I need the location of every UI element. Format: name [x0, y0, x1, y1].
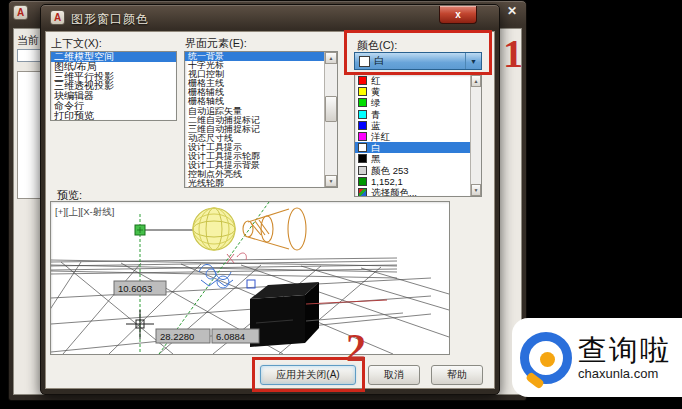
scrollbar-thumb[interactable]	[325, 96, 337, 122]
color-option-label: 黄	[371, 86, 381, 97]
interface-element-list-item[interactable]: 自动追踪矢量	[185, 107, 324, 116]
color-option-label: 绿	[371, 97, 381, 108]
color-option-label: 蓝	[371, 120, 381, 131]
watermark-badge: 查询啦 chaxunla.com	[512, 318, 682, 397]
dim-value-2: 28.2280	[160, 331, 194, 342]
context-list-item[interactable]: 三维平行投影	[51, 72, 176, 82]
dialog-body: 上下文(X): 二维模型空间图纸/布局三维平行投影三维透视投影块编辑器命令行打印…	[45, 31, 495, 389]
color-swatch-icon	[358, 110, 367, 119]
dialog-title: 图形窗口颜色	[71, 11, 149, 28]
context-list-item[interactable]: 三维透视投影	[51, 81, 176, 91]
scroll-down-icon[interactable]: ▼	[471, 184, 481, 196]
interface-element-list-item[interactable]: 栅格主线	[185, 79, 324, 88]
interface-element-list-item[interactable]: 光线轮廓	[185, 179, 324, 188]
color-option-label: 红	[371, 75, 381, 86]
context-label: 上下文(X):	[51, 36, 102, 51]
color-list-item[interactable]: 黑	[355, 153, 470, 164]
color-option-label: 青	[371, 109, 381, 120]
color-list-item[interactable]: 洋红	[355, 131, 470, 142]
interface-element-list-item[interactable]: 设计工具提示轮廓	[185, 152, 324, 161]
wireframe-objects	[199, 253, 246, 288]
color-list-item[interactable]: 1,152,1	[355, 176, 470, 187]
watermark-domain: chaxunla.com	[578, 367, 671, 380]
scroll-up-icon[interactable]: ▲	[471, 75, 481, 87]
dim-value-3: 6.0884	[216, 331, 245, 342]
color-option-label: 白	[371, 142, 381, 153]
dimension-labels: 10.6063 28.2280 6.0884	[114, 281, 259, 343]
autocad-icon: A	[13, 5, 28, 20]
screenshot-root: A ✕ 当前 A 图形窗口颜色 x 上下文(X): 二维模型空间图纸/布局三维平…	[0, 0, 682, 409]
options-close-button[interactable]: ✕	[503, 3, 521, 20]
color-list-item[interactable]: 白	[355, 142, 470, 153]
current-profile-label: 当前	[17, 33, 39, 48]
context-list-item[interactable]: 二维模型空间	[51, 52, 176, 62]
color-swatch-icon	[358, 87, 367, 96]
color-option-label: 洋红	[371, 131, 390, 142]
interface-element-list-item[interactable]: 设计工具提示	[185, 143, 324, 152]
chaxunla-logo	[520, 332, 572, 384]
color-listbox[interactable]: 红黄绿青蓝洋红白黑颜色 2531,152,1选择颜色... ▲ ▼	[354, 74, 482, 197]
context-list-item[interactable]: 命令行	[51, 101, 176, 111]
help-button[interactable]: 帮助	[431, 365, 483, 385]
drawing-window-colors-dialog: A 图形窗口颜色 x 上下文(X): 二维模型空间图纸/布局三维平行投影三维透视…	[40, 4, 500, 395]
elements-scrollbar[interactable]: ▲ ▼	[324, 52, 337, 187]
interface-element-list-item[interactable]: 统一背景	[185, 52, 324, 61]
spotlight-glyph-icon	[243, 208, 306, 250]
profile-combobox-partial[interactable]	[17, 49, 41, 62]
color-swatch-icon	[358, 76, 367, 85]
color-list-item[interactable]: 红	[355, 75, 470, 86]
context-list-item[interactable]: 打印预览	[51, 111, 176, 121]
color-list-item[interactable]: 黄	[355, 86, 470, 97]
interface-element-list-item[interactable]: 控制点外亮线	[185, 170, 324, 179]
color-swatch-icon	[358, 166, 367, 175]
context-list-item[interactable]: 图纸/布局	[51, 62, 176, 72]
dialog-close-button[interactable]: x	[439, 6, 477, 24]
autocad-icon: A	[50, 10, 65, 25]
color-swatch-icon	[358, 98, 367, 107]
elements-label: 界面元素(E):	[185, 36, 247, 51]
interface-element-list-item[interactable]: 视口控制	[185, 70, 324, 79]
interface-element-list-item[interactable]: 二维自动捕捉标记	[185, 116, 324, 125]
interface-element-list-item[interactable]: 设计工具提示背景	[185, 161, 324, 170]
color-swatch-icon	[358, 132, 367, 141]
cancel-button[interactable]: 取消	[368, 365, 420, 385]
interface-element-list-item[interactable]: 动态尺寸线	[185, 134, 324, 143]
interface-element-list-item[interactable]: 三维自动捕捉标记	[185, 125, 324, 134]
color-option-label: 1,152,1	[371, 176, 403, 187]
color-list-item[interactable]: 颜色 253	[355, 165, 470, 176]
annotation-box-step1	[344, 30, 492, 75]
watermark-brand: 查询啦	[578, 336, 671, 365]
context-listbox[interactable]: 二维模型空间图纸/布局三维平行投影三维透视投影块编辑器命令行打印预览	[50, 51, 177, 121]
color-list-item[interactable]: 青	[355, 109, 470, 120]
interface-element-list-item[interactable]: 十字光标	[185, 61, 324, 70]
color-option-label: 选择颜色...	[371, 187, 417, 197]
interface-element-list-item[interactable]: 栅格轴线	[185, 97, 324, 106]
preview-scene: [+][上][X-射线]	[51, 202, 449, 354]
color-option-label: 颜色 253	[371, 165, 409, 176]
context-list-item[interactable]: 块编辑器	[51, 91, 176, 101]
elements-listbox[interactable]: 统一背景十字光标视口控制栅格主线栅格辅线栅格轴线自动追踪矢量二维自动捕捉标记三维…	[184, 51, 338, 188]
color-swatch-icon	[358, 188, 367, 197]
scroll-down-icon[interactable]: ▼	[325, 175, 337, 187]
color-list-item[interactable]: 选择颜色...	[355, 187, 470, 197]
viewport-controls-label: [+][上][X-射线]	[55, 206, 114, 217]
dim-value-1: 10.6063	[118, 283, 152, 294]
scroll-up-icon[interactable]: ▲	[325, 52, 337, 64]
color-option-label: 黑	[371, 153, 381, 164]
grid-line	[306, 313, 403, 321]
magnifier-dot-icon	[540, 352, 555, 367]
color-list-item[interactable]: 蓝	[355, 120, 470, 131]
color-swatch-icon	[358, 154, 367, 163]
annotation-number-2: 2	[346, 328, 366, 368]
color-swatch-icon	[358, 143, 367, 152]
interface-element-list-item[interactable]: 栅格辅线	[185, 88, 324, 97]
color-swatch-icon	[358, 121, 367, 130]
light-glyph-icon	[193, 208, 235, 250]
dialog-title-bar[interactable]: A 图形窗口颜色 x	[41, 5, 499, 31]
color-scrollbar[interactable]: ▲ ▼	[470, 75, 481, 196]
preview-viewport[interactable]: [+][上][X-射线]	[50, 201, 450, 355]
color-swatch-icon	[358, 177, 367, 186]
annotation-number-1: 1	[503, 34, 523, 74]
color-list-item[interactable]: 绿	[355, 97, 470, 108]
